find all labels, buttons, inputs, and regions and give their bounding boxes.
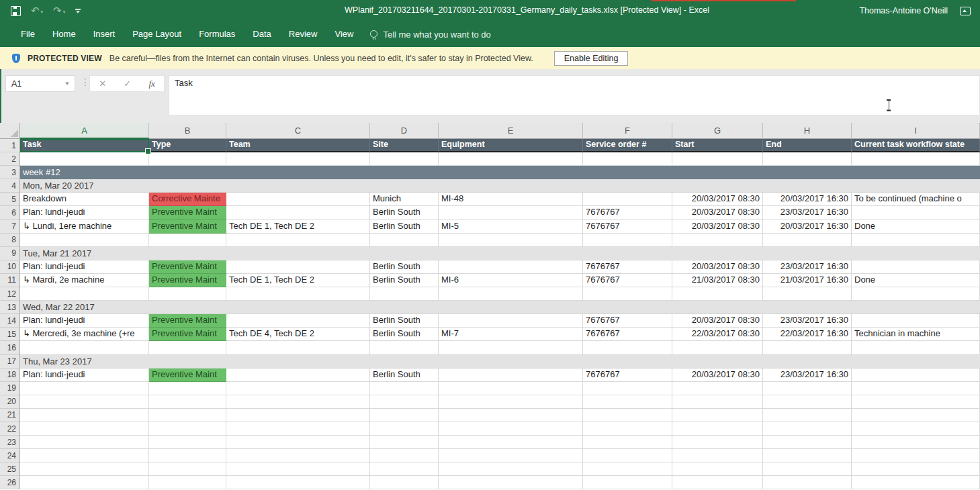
row-header-26[interactable]: 26 — [0, 476, 20, 489]
cell-I2[interactable] — [852, 152, 980, 166]
cell-A26[interactable] — [20, 476, 149, 489]
row-header-6[interactable]: 6 — [0, 206, 20, 219]
cell-B7[interactable]: Preventive Maint — [149, 220, 226, 234]
customize-qat-button[interactable] — [75, 9, 81, 13]
cell-E25[interactable] — [439, 462, 583, 476]
cell-G14[interactable]: 20/03/2017 08:30 — [672, 314, 763, 328]
cell-H1[interactable]: End — [763, 139, 852, 152]
cell-A23[interactable] — [20, 436, 149, 449]
cell-B5[interactable]: Corrective Mainte — [149, 193, 226, 206]
row-header-13[interactable]: 13 — [0, 301, 20, 314]
save-icon[interactable] — [11, 6, 21, 16]
cell-B12[interactable] — [149, 287, 226, 301]
cell-E14[interactable] — [439, 314, 583, 328]
cell-I10[interactable] — [852, 260, 980, 274]
cell-H7[interactable]: 20/03/2017 16:30 — [763, 220, 852, 234]
cell-F6[interactable]: 7676767 — [583, 206, 672, 219]
cell-A14[interactable]: Plan: lundi-jeudi — [20, 314, 149, 328]
cell-B18[interactable]: Preventive Maint — [149, 369, 226, 382]
cell-B2[interactable] — [149, 152, 226, 166]
cell-C1[interactable]: Team — [226, 139, 370, 152]
column-header-E[interactable]: E — [439, 123, 583, 139]
cell-C23[interactable] — [226, 436, 370, 449]
column-header-C[interactable]: C — [226, 123, 370, 139]
row-header-5[interactable]: 5 — [0, 193, 20, 206]
cell-D26[interactable] — [370, 476, 439, 489]
cell-F19[interactable] — [583, 382, 672, 395]
cell-I19[interactable] — [852, 382, 980, 395]
cell-D1[interactable]: Site — [370, 139, 439, 152]
cell-C7[interactable]: Tech DE 1, Tech DE 2 — [226, 220, 370, 234]
select-all-corner[interactable] — [0, 123, 20, 139]
cell-H5[interactable]: 20/03/2017 16:30 — [763, 193, 852, 206]
undo-button[interactable]: ↶ ▾ — [31, 6, 43, 15]
cell-D22[interactable] — [370, 422, 439, 436]
cell-A19[interactable] — [20, 382, 149, 395]
cell-C12[interactable] — [226, 287, 370, 301]
cell-G1[interactable]: Start — [672, 139, 763, 152]
cell-B22[interactable] — [149, 422, 226, 436]
cell-E15[interactable]: MI-7 — [439, 328, 583, 341]
cell-D11[interactable]: Berlin South — [370, 274, 439, 287]
cell-C10[interactable] — [226, 260, 370, 274]
cell-F20[interactable] — [583, 395, 672, 409]
cell-D24[interactable] — [370, 449, 439, 462]
cell-C6[interactable] — [226, 206, 370, 219]
tab-insert[interactable]: Insert — [85, 29, 124, 47]
cell-I24[interactable] — [852, 449, 980, 462]
cell-G22[interactable] — [672, 422, 763, 436]
cell-A8[interactable] — [20, 234, 149, 247]
cell-A12[interactable] — [20, 287, 149, 301]
cell-G8[interactable] — [672, 234, 763, 247]
row-header-10[interactable]: 10 — [0, 260, 20, 274]
column-header-D[interactable]: D — [370, 123, 439, 139]
insert-function-icon[interactable]: fx — [148, 79, 154, 89]
cell-B6[interactable]: Preventive Maint — [149, 206, 226, 219]
cell-G20[interactable] — [672, 395, 763, 409]
cell-B15[interactable]: Preventive Maint — [149, 328, 226, 341]
cell-I25[interactable] — [852, 462, 980, 476]
cell-F23[interactable] — [583, 436, 672, 449]
cell-G2[interactable] — [672, 152, 763, 166]
cell-C19[interactable] — [226, 382, 370, 395]
cell-G19[interactable] — [672, 382, 763, 395]
redo-button[interactable]: ↷ ▾ — [53, 6, 65, 15]
cell-H26[interactable] — [763, 476, 852, 489]
cell-I11[interactable]: Done — [852, 274, 980, 287]
cell-I23[interactable] — [852, 436, 980, 449]
cell-I21[interactable] — [852, 409, 980, 422]
cell-E23[interactable] — [439, 436, 583, 449]
cell-A9[interactable]: Tue, Mar 21 2017 — [20, 247, 980, 260]
cell-H10[interactable]: 23/03/2017 16:30 — [763, 260, 852, 274]
cell-H16[interactable] — [763, 341, 852, 354]
row-header-23[interactable]: 23 — [0, 436, 20, 449]
tab-formulas[interactable]: Formulas — [190, 29, 244, 47]
tab-page-layout[interactable]: Page Layout — [124, 29, 190, 47]
cell-B24[interactable] — [149, 449, 226, 462]
selection-fill-handle[interactable] — [145, 148, 151, 154]
cell-A2[interactable] — [20, 152, 149, 166]
cell-G24[interactable] — [672, 449, 763, 462]
cell-E22[interactable] — [439, 422, 583, 436]
cell-F15[interactable]: 7676767 — [583, 328, 672, 341]
cell-G26[interactable] — [672, 476, 763, 489]
cell-C26[interactable] — [226, 476, 370, 489]
cell-B19[interactable] — [149, 382, 226, 395]
cell-H24[interactable] — [763, 449, 852, 462]
cell-A11[interactable]: ↳ Mardi, 2e machine — [20, 274, 149, 287]
cell-E11[interactable]: MI-6 — [439, 274, 583, 287]
cell-F1[interactable]: Service order # — [583, 139, 672, 152]
cell-H21[interactable] — [763, 409, 852, 422]
cell-I20[interactable] — [852, 395, 980, 409]
cell-G12[interactable] — [672, 287, 763, 301]
cell-G7[interactable]: 20/03/2017 08:30 — [672, 220, 763, 234]
cell-H25[interactable] — [763, 462, 852, 476]
cell-C14[interactable] — [226, 314, 370, 328]
row-header-24[interactable]: 24 — [0, 449, 20, 462]
cell-E18[interactable] — [439, 369, 583, 382]
cell-G25[interactable] — [672, 462, 763, 476]
cell-G15[interactable]: 22/03/2017 08:30 — [672, 328, 763, 341]
cell-H6[interactable]: 23/03/2017 16:30 — [763, 206, 852, 219]
cell-I14[interactable] — [852, 314, 980, 328]
cell-E26[interactable] — [439, 476, 583, 489]
